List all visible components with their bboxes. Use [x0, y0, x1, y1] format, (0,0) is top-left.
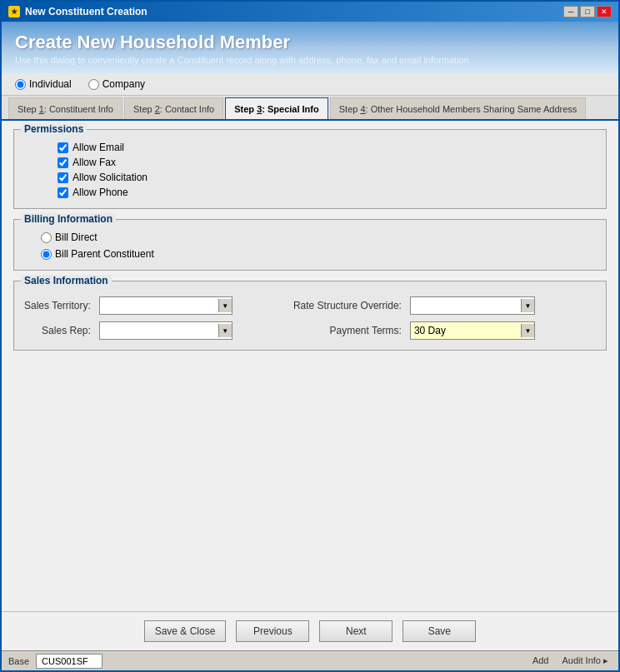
company-radio[interactable]	[88, 79, 99, 90]
add-button[interactable]: Add	[529, 655, 552, 666]
billing-area: Bill Direct Bill Parent Constituent	[24, 231, 596, 260]
type-row: Individual Company	[2, 73, 618, 96]
sales-territory-field[interactable]: ▼	[99, 296, 285, 315]
billing-title: Billing Information	[21, 213, 116, 225]
previous-button[interactable]: Previous	[236, 620, 309, 642]
allow-solicitation-label[interactable]: Allow Solicitation	[58, 172, 596, 183]
allow-email-text: Allow Email	[72, 142, 124, 153]
header-band: Create New Household Member Use this dia…	[2, 22, 618, 73]
minimize-button[interactable]: ─	[563, 6, 578, 17]
individual-radio[interactable]	[15, 79, 26, 90]
sales-territory-label: Sales Territory:	[24, 300, 91, 311]
allow-fax-text: Allow Fax	[72, 157, 116, 168]
tab-special-info[interactable]: Step 3: Special Info	[225, 97, 328, 119]
next-button[interactable]: Next	[319, 620, 392, 642]
sales-group: Sales Information Sales Territory: ▼ Rat…	[13, 281, 607, 351]
save-close-button[interactable]: Save & Close	[144, 620, 227, 642]
bill-direct-radio[interactable]	[41, 232, 52, 243]
allow-solicitation-text: Allow Solicitation	[72, 172, 148, 183]
header-subtitle: Use this dialog to conveniently create a…	[15, 55, 605, 65]
rate-structure-field[interactable]: ▼	[410, 296, 596, 315]
payment-terms-label: Payment Terms:	[293, 325, 402, 336]
tab-special-info-label: Step 3: Special Info	[234, 104, 319, 114]
allow-fax-label[interactable]: Allow Fax	[58, 157, 596, 168]
tabs-bar: Step 1: Constituent Info Step 2: Contact…	[2, 96, 618, 121]
payment-terms-field[interactable]: 30 Day ▼	[410, 321, 596, 340]
individual-radio-label[interactable]: Individual	[15, 78, 72, 90]
allow-phone-checkbox[interactable]	[58, 187, 68, 198]
billing-group: Billing Information Bill Direct Bill Par…	[13, 219, 607, 271]
sales-territory-dropdown[interactable]: ▼	[99, 296, 232, 315]
content-area: Permissions Allow Email Allow Fax Allow …	[2, 121, 618, 611]
bill-direct-label[interactable]: Bill Direct	[41, 231, 596, 243]
rate-structure-dropdown[interactable]: ▼	[410, 296, 535, 315]
sales-grid: Sales Territory: ▼ Rate Structure Overri…	[24, 296, 596, 340]
bill-parent-text: Bill Parent Constituent	[55, 248, 154, 260]
status-label: Base	[8, 656, 36, 666]
permissions-title: Permissions	[21, 123, 87, 135]
company-radio-label[interactable]: Company	[88, 78, 145, 90]
tab-constituent-info[interactable]: Step 1: Constituent Info	[8, 97, 122, 119]
title-bar: ★ New Constituent Creation ─ □ ✕	[2, 2, 618, 22]
payment-terms-arrow: ▼	[521, 324, 534, 337]
allow-phone-label[interactable]: Allow Phone	[58, 187, 596, 198]
allow-phone-text: Allow Phone	[72, 187, 128, 198]
allow-solicitation-checkbox[interactable]	[58, 172, 68, 183]
sales-title: Sales Information	[21, 275, 112, 286]
bill-parent-radio[interactable]	[41, 249, 52, 260]
header-title: Create New Household Member	[15, 32, 605, 53]
payment-terms-value: 30 Day	[414, 325, 446, 336]
window-title: New Constituent Creation	[25, 6, 148, 17]
rate-structure-label: Rate Structure Override:	[293, 300, 402, 311]
sales-rep-dropdown[interactable]: ▼	[99, 321, 232, 340]
tab-other-members[interactable]: Step 4: Other Household Members Sharing …	[330, 97, 587, 119]
individual-label: Individual	[29, 78, 72, 90]
sales-rep-arrow: ▼	[218, 324, 232, 337]
payment-terms-dropdown[interactable]: 30 Day ▼	[410, 321, 535, 340]
bill-parent-label[interactable]: Bill Parent Constituent	[41, 248, 596, 260]
allow-email-label[interactable]: Allow Email	[58, 142, 596, 153]
tab-other-members-label: Step 4: Other Household Members Sharing …	[339, 104, 578, 114]
tab-contact-info[interactable]: Step 2: Contact Info	[124, 97, 223, 119]
status-right: Add Audit Info ▸	[529, 655, 612, 666]
footer-buttons: Save & Close Previous Next Save	[2, 611, 618, 650]
app-icon: ★	[8, 6, 20, 17]
close-button[interactable]: ✕	[597, 6, 612, 17]
title-bar-controls: ─ □ ✕	[563, 6, 612, 17]
permissions-group: Permissions Allow Email Allow Fax Allow …	[13, 129, 607, 209]
title-bar-left: ★ New Constituent Creation	[8, 6, 148, 17]
company-label: Company	[102, 78, 145, 90]
status-bar: Base CUS001SF Add Audit Info ▸	[2, 650, 618, 670]
tab-contact-info-label: Step 2: Contact Info	[133, 104, 214, 114]
rate-structure-arrow: ▼	[521, 299, 534, 312]
permissions-area: Allow Email Allow Fax Allow Solicitation…	[24, 142, 596, 198]
tab-constituent-info-label: Step 1: Constituent Info	[18, 104, 113, 114]
main-window: ★ New Constituent Creation ─ □ ✕ Create …	[0, 0, 620, 672]
save-button[interactable]: Save	[402, 620, 476, 642]
allow-email-checkbox[interactable]	[58, 142, 68, 153]
bill-direct-text: Bill Direct	[55, 231, 98, 243]
maximize-button[interactable]: □	[580, 6, 595, 17]
sales-rep-field[interactable]: ▼	[99, 321, 285, 340]
allow-fax-checkbox[interactable]	[58, 157, 68, 168]
sales-rep-label: Sales Rep:	[24, 325, 91, 336]
sales-territory-arrow: ▼	[218, 299, 232, 312]
audit-info-button[interactable]: Audit Info ▸	[558, 655, 612, 666]
status-value: CUS001SF	[36, 654, 102, 669]
